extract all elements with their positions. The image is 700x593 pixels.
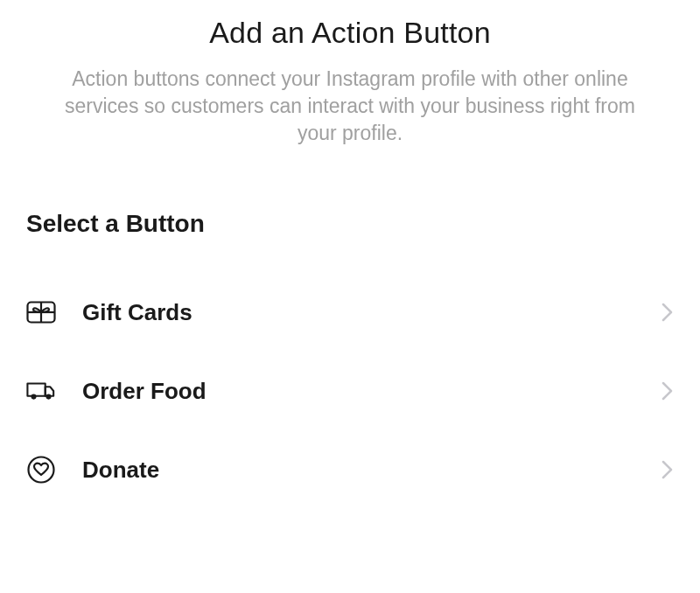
action-button-list: Gift Cards Order Food bbox=[26, 273, 674, 509]
section-title: Select a Button bbox=[26, 210, 674, 238]
chevron-right-icon bbox=[662, 380, 674, 401]
option-label: Order Food bbox=[82, 378, 662, 405]
option-order-food[interactable]: Order Food bbox=[26, 352, 674, 430]
page-title: Add an Action Button bbox=[26, 16, 674, 50]
gift-card-icon bbox=[26, 297, 56, 327]
truck-icon bbox=[26, 376, 56, 406]
chevron-right-icon bbox=[662, 302, 674, 323]
page-description: Action buttons connect your Instagram pr… bbox=[26, 66, 674, 147]
option-label: Gift Cards bbox=[82, 299, 662, 326]
chevron-right-icon bbox=[662, 459, 674, 480]
svg-point-4 bbox=[46, 394, 51, 400]
svg-point-3 bbox=[31, 394, 36, 400]
option-gift-cards[interactable]: Gift Cards bbox=[26, 273, 674, 352]
option-label: Donate bbox=[82, 457, 662, 484]
heart-circle-icon bbox=[26, 455, 56, 485]
svg-point-5 bbox=[29, 457, 54, 483]
option-donate[interactable]: Donate bbox=[26, 430, 674, 509]
